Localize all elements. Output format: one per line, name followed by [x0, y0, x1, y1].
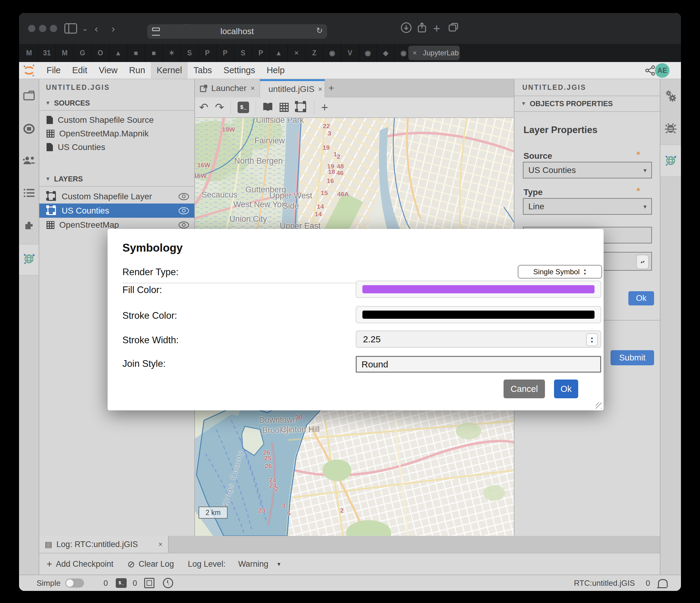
chevron-down-icon[interactable]: ⌄	[82, 25, 88, 32]
join-style-select[interactable]: Round	[356, 356, 601, 372]
pinned-tab-favicon[interactable]: G	[74, 44, 92, 62]
pinned-tab-favicon[interactable]: S	[234, 44, 252, 62]
pinned-tabs: M31MGO▲■■✶SPPSP▲×Z◉V◉◆◉	[20, 44, 412, 62]
pinned-tab-favicon[interactable]: M	[56, 44, 74, 62]
dialog-title: Symbology	[122, 242, 182, 254]
pinned-tab-favicon[interactable]: ■	[145, 44, 163, 62]
render-type-value: Single Symbol	[533, 268, 579, 276]
screenshot-stage: ⌄ ‹ › localhost ↻ + M31MGO▲■■✶SPPSP▲×Z◉V…	[0, 0, 700, 603]
pinned-tab-favicon[interactable]: ◆	[377, 44, 395, 62]
resize-handle[interactable]	[596, 403, 602, 409]
fill-color-swatch	[362, 285, 595, 293]
pinned-tab-favicon[interactable]: M	[20, 44, 38, 62]
reload-icon[interactable]: ↻	[316, 26, 323, 35]
pinned-tab-favicon[interactable]: P	[252, 44, 270, 62]
minimize-window-button[interactable]	[39, 25, 46, 32]
new-tab-icon[interactable]: +	[433, 22, 440, 34]
browser-window: ⌄ ‹ › localhost ↻ + M31MGO▲■■✶SPPSP▲×Z◉V…	[19, 13, 681, 591]
url-text: localhost	[220, 27, 254, 36]
pinned-tab-favicon[interactable]: O	[92, 44, 109, 62]
back-icon[interactable]: ‹	[95, 23, 98, 33]
pinned-tab-favicon[interactable]: ■	[127, 44, 145, 62]
pinned-tab-favicon[interactable]: Z	[305, 44, 323, 62]
select-updown-icon: ▲▼	[583, 268, 587, 275]
forward-icon[interactable]: ›	[111, 23, 115, 33]
pinned-tab-favicon[interactable]: ◉	[323, 44, 341, 62]
stroke-color-swatch	[362, 311, 595, 319]
pinned-tab-favicon[interactable]: ✶	[163, 44, 181, 62]
join-style-value: Round	[361, 359, 388, 369]
pinned-tab-favicon[interactable]: ▲	[109, 44, 127, 62]
join-style-label: Join Style:	[122, 358, 166, 369]
render-type-select[interactable]: Single Symbol ▲▼	[518, 265, 602, 279]
stroke-color-picker[interactable]	[356, 306, 601, 323]
safari-titlebar: ⌄ ‹ › localhost ↻ +	[19, 13, 681, 44]
fill-color-label: Fill Color:	[122, 285, 162, 295]
pinned-tab-favicon[interactable]: S	[181, 44, 199, 62]
symbology-dialog: Symbology Render Type: Single Symbol ▲▼ …	[107, 229, 604, 410]
active-browser-tab[interactable]: × JupyterLab	[408, 46, 460, 60]
pinned-tab-favicon[interactable]: V	[341, 44, 359, 62]
stepper-arrows-icon[interactable]: ▲▼	[586, 333, 598, 346]
tab-overview-icon[interactable]	[448, 23, 459, 34]
pinned-tab-favicon[interactable]: P	[199, 44, 217, 62]
render-type-label: Render Type:	[122, 267, 179, 278]
safari-tabstrip: M31MGO▲■■✶SPPSP▲×Z◉V◉◆◉ × JupyterLab	[19, 44, 681, 62]
zoom-window-button[interactable]	[50, 25, 57, 32]
tab-title: JupyterLab	[423, 49, 459, 57]
pinned-tab-favicon[interactable]: ×	[288, 44, 305, 62]
pinned-tab-favicon[interactable]: P	[217, 44, 234, 62]
close-tab-icon[interactable]: ×	[412, 49, 417, 57]
share-icon[interactable]	[417, 22, 427, 35]
downloads-icon[interactable]	[400, 22, 412, 35]
close-window-button[interactable]	[28, 25, 35, 32]
pinned-tab-favicon[interactable]: 31	[38, 44, 56, 62]
ok-button[interactable]: Ok	[554, 380, 578, 398]
stroke-width-label: Stroke Width:	[122, 335, 179, 346]
pinned-tab-favicon[interactable]: ▲	[270, 44, 288, 62]
reader-icon[interactable]	[152, 27, 160, 36]
stroke-color-label: Stroke Color:	[122, 310, 177, 321]
cancel-button[interactable]: Cancel	[503, 380, 545, 398]
stroke-width-value: 2.25	[363, 334, 380, 344]
pinned-tab-favicon[interactable]: ◉	[359, 44, 377, 62]
sidebar-toggle-icon[interactable]	[65, 23, 77, 33]
address-bar[interactable]: localhost ↻	[147, 24, 327, 39]
stroke-width-input[interactable]: 2.25 ▲▼	[356, 331, 601, 348]
fill-color-picker[interactable]	[356, 281, 601, 298]
